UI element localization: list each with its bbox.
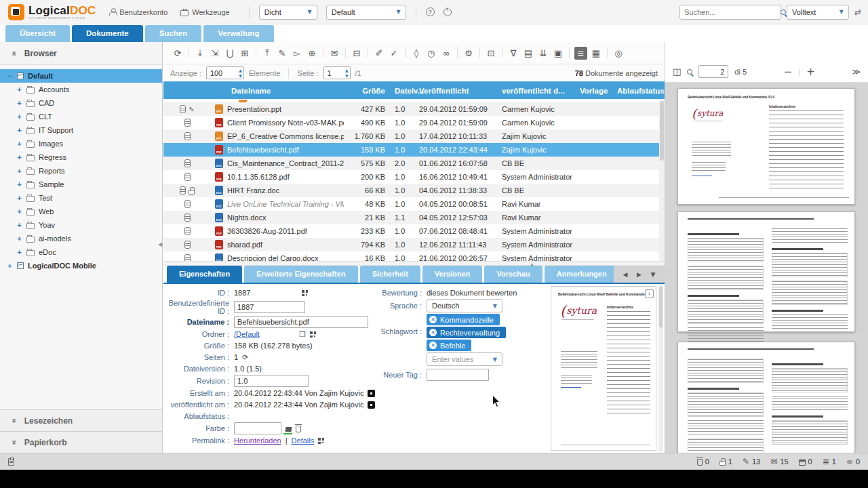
sidebar-splitter-handle[interactable]: ◀ — [158, 241, 162, 247]
download-icon[interactable]: ⤓ — [193, 47, 208, 58]
expand-icon[interactable]: + — [16, 194, 22, 202]
remove-tag-icon[interactable]: ✕ — [429, 329, 437, 336]
page-stepper[interactable]: 1▲▼ — [323, 66, 351, 79]
tab-dokumente[interactable]: Dokumente — [72, 25, 143, 42]
email-icon[interactable]: ✉ — [327, 48, 342, 58]
tab-ubersicht[interactable]: Übersicht — [5, 25, 70, 42]
tree-node-sample[interactable]: +Sample — [0, 178, 162, 191]
table-row[interactable]: PDF10.1.1.35.6128.pdf 200 KB 1.0 16.06.2… — [163, 170, 665, 184]
status-counter[interactable]: ∞0 — [846, 457, 860, 466]
col-veroeffentlicht[interactable]: Veröffentlicht — [419, 87, 502, 95]
trash-section-header[interactable]: » Papierkorb — [0, 431, 162, 453]
tag-chip[interactable]: ✕Befehle — [427, 340, 471, 351]
search-icon[interactable] — [781, 9, 786, 15]
barcode-icon[interactable] — [302, 290, 308, 296]
table-row[interactable]: PDFBefehlsuebersicht.pdf 159 KB 1.0 20.0… — [163, 143, 665, 157]
new-document-icon[interactable]: ⊕ — [304, 48, 319, 58]
archive-icon[interactable]: ⊟ — [349, 48, 364, 58]
expand-icon[interactable]: + — [16, 113, 22, 121]
zoom-in-icon[interactable]: + — [806, 66, 815, 78]
scrollbar-thumb[interactable] — [660, 101, 664, 161]
account-menu[interactable]: Benutzerkonto — [109, 8, 167, 16]
spinner-icons[interactable]: ▲▼ — [239, 68, 242, 79]
newtag-field[interactable] — [427, 369, 489, 381]
expand-panel-icon[interactable]: ≫ — [852, 67, 861, 77]
table-row[interactable]: PDF36303826-Aug-2011.pdf 233 KB 1.0 07.0… — [163, 224, 665, 238]
page-thumbnail-3[interactable] — [677, 342, 855, 453]
zoom-search-icon[interactable] — [687, 69, 692, 75]
print-icon[interactable]: ▤ — [521, 48, 536, 58]
detail-tab-versionen[interactable]: Versionen — [422, 266, 483, 283]
tree-node-ai-models[interactable]: +ai-models — [0, 232, 162, 245]
expand-icon[interactable]: + — [16, 167, 22, 175]
help-icon[interactable]: ? — [426, 7, 435, 16]
drop-spot-icon[interactable]: ◊ — [409, 48, 424, 58]
expand-icon[interactable]: + — [16, 235, 22, 243]
revision-field[interactable] — [234, 375, 309, 387]
detail-tab-vorschau[interactable]: Vorschau — [484, 266, 542, 283]
col-ablaufstatus[interactable]: Ablaufstatus — [617, 87, 665, 95]
table-scrollbar[interactable] — [659, 99, 665, 261]
color-field[interactable] — [234, 422, 281, 434]
tree-node-default[interactable]: −Default — [0, 69, 162, 83]
tree-node-images[interactable]: +Images — [0, 137, 162, 150]
tab-scroll-right-icon[interactable]: ▶ — [637, 271, 642, 278]
gallery-view-icon[interactable]: ▦ — [589, 48, 604, 58]
download-link[interactable]: Herunterladen — [234, 436, 281, 445]
tree-node-accounts[interactable]: +Accounts — [0, 83, 162, 96]
search-input[interactable] — [684, 8, 781, 16]
tree-node-it-support[interactable]: +IT Support — [0, 123, 162, 137]
custom-id-field[interactable] — [234, 301, 305, 313]
tree-node-logicaldoc-mobile[interactable]: +LogicalDOC Mobile — [0, 259, 162, 272]
expand-icon[interactable]: + — [16, 85, 22, 94]
expand-icon[interactable]: + — [16, 248, 22, 256]
properties-scrollbar[interactable] — [658, 285, 663, 452]
table-row[interactable]: DOCNights.docx 21 KB 1.1 04.05.2012 12:5… — [163, 211, 665, 224]
status-counter[interactable]: ≣1 — [823, 457, 836, 466]
skin-dropdown[interactable]: Default▼ — [326, 5, 406, 20]
document-preview-thumbnail[interactable]: Befehlsübersicht Linux-Shell Befehle und… — [551, 286, 656, 451]
remove-tag-icon[interactable]: ✕ — [429, 342, 437, 349]
col-veroeffentlicht-durch[interactable]: veröffentlicht d... — [502, 87, 580, 95]
status-counter[interactable]: 0 — [697, 458, 709, 466]
expand-icon[interactable]: + — [16, 221, 22, 229]
rating-value[interactable]: dieses Dokument bewerten — [427, 289, 517, 297]
density-dropdown[interactable]: Dicht▼ — [259, 5, 317, 20]
expand-icon[interactable]: + — [16, 153, 22, 161]
list-view-icon[interactable]: ≡ — [574, 47, 587, 60]
tree-node-clt[interactable]: +CLT — [0, 110, 162, 123]
preview-page-input[interactable] — [698, 65, 728, 78]
table-row[interactable]: PDFClient Promissory Note-v03-MAK.pdf 49… — [163, 116, 665, 129]
tab-verwaltung[interactable]: Verwaltung — [203, 25, 273, 42]
tree-node-reports[interactable]: +Reports — [0, 164, 162, 178]
tag-chip[interactable]: ✕Kommandozeile — [427, 314, 500, 325]
display-count-stepper[interactable]: 100▲▼ — [206, 66, 244, 79]
calendar-event-icon[interactable]: ⊡ — [484, 48, 498, 58]
zoom-out-icon[interactable]: − — [784, 66, 793, 78]
thumbnails-toggle-icon[interactable]: ◫ — [673, 66, 681, 77]
status-counter[interactable]: 0 — [799, 458, 812, 466]
language-dropdown[interactable]: Deutsch▼ — [427, 299, 502, 312]
table-row[interactable]: PPTEP_6_Creative Commons license.ppt 1.7… — [163, 129, 665, 143]
detail-tab-eigenschaften[interactable]: Eigenschaften — [167, 266, 242, 283]
expand-preview-icon[interactable]: › — [645, 289, 654, 298]
toggle-preview-icon[interactable]: ◎ — [611, 48, 626, 58]
barcode-icon[interactable] — [310, 331, 316, 338]
paint-bucket-icon[interactable] — [285, 427, 292, 432]
copy-icon[interactable]: ❐ — [299, 330, 306, 339]
tree-node-test[interactable]: +Test — [0, 191, 162, 205]
tag-select-dropdown[interactable]: Enter values▼ — [427, 352, 502, 366]
detail-tab-anmerkungen[interactable]: Anmerkungen — [545, 266, 614, 283]
tab-suchen[interactable]: Suchen — [145, 25, 202, 42]
export-icon[interactable]: ⇲ — [208, 48, 222, 58]
table-row[interactable]: ✎ PPTPresentation.ppt 427 KB 1.0 29.04.2… — [163, 102, 665, 116]
expand-icon[interactable]: + — [16, 207, 22, 216]
save-layout-icon[interactable]: ▣ — [551, 48, 566, 58]
panel-splitter[interactable]: ▲ — [163, 261, 665, 266]
status-counter[interactable]: ✉15 — [770, 457, 788, 466]
more-actions-icon[interactable]: ⇊ — [536, 48, 551, 58]
page-thumbnail-1[interactable]: Befehlsübersicht Linux-Shell Befehle und… — [677, 88, 855, 205]
logout-icon[interactable] — [443, 8, 452, 16]
barcode-icon[interactable] — [318, 438, 324, 444]
expand-icon[interactable]: + — [16, 180, 22, 188]
